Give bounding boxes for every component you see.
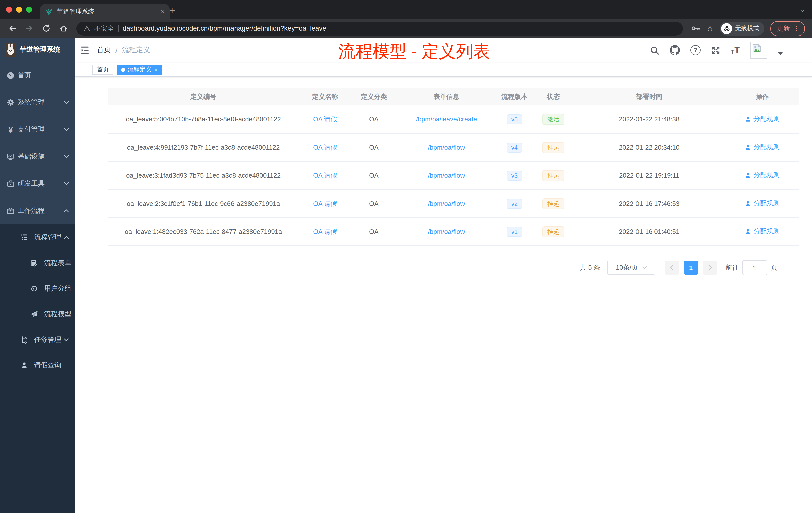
browser-tab-strip: 芋道管理系统 × + ⌄: [0, 0, 812, 19]
cell-category: OA: [351, 189, 396, 218]
sidebar-item-system[interactable]: 系统管理: [0, 89, 75, 116]
definition-name-link[interactable]: OA 请假: [313, 143, 337, 151]
form-link[interactable]: /bpm/oa/flow: [428, 144, 465, 151]
assign-rule-label: 分配规则: [754, 115, 780, 124]
version-badge[interactable]: v4: [507, 142, 522, 152]
chevron-down-icon: [64, 128, 69, 131]
sidebar-item-task-management[interactable]: 任务管理: [0, 327, 75, 352]
form-link[interactable]: /bpm/oa/flow: [428, 228, 465, 235]
reload-icon[interactable]: [39, 21, 53, 35]
page-size-select[interactable]: 10条/页: [607, 261, 655, 275]
security-label[interactable]: 不安全: [94, 24, 114, 33]
form-link[interactable]: /bpm/oa/leave/create: [416, 116, 477, 123]
goto-page-input[interactable]: [742, 260, 767, 275]
help-icon[interactable]: ?: [691, 45, 700, 55]
col-process-version: 流程版本: [497, 88, 532, 105]
tab-search-caret-icon[interactable]: ⌄: [801, 6, 805, 13]
main-area: 首页 / 流程定义 流程模型 - 定义列表 ? TT: [75, 38, 812, 513]
page-number-1[interactable]: 1: [684, 261, 698, 275]
assign-rule-label: 分配规则: [754, 171, 780, 180]
definition-name-link[interactable]: OA 请假: [313, 200, 337, 207]
close-window-button[interactable]: [6, 6, 12, 12]
fullscreen-icon[interactable]: [711, 46, 721, 55]
bookmark-star-icon[interactable]: ☆: [706, 24, 714, 33]
form-link[interactable]: /bpm/oa/flow: [428, 172, 465, 179]
version-badge[interactable]: v2: [507, 199, 522, 209]
update-menu-button[interactable]: 更新 ⋮: [770, 21, 805, 36]
definition-name-link[interactable]: OA 请假: [313, 115, 337, 123]
home-icon[interactable]: [56, 21, 70, 35]
assign-rule-button[interactable]: 分配规则: [745, 143, 780, 152]
browser-tab[interactable]: 芋道管理系统 ×: [40, 4, 170, 19]
tag-process-definition[interactable]: 流程定义 ×: [116, 64, 163, 74]
annotation-title: 流程模型 - 定义列表: [338, 40, 490, 63]
avatar[interactable]: [750, 42, 767, 59]
tab-close-icon[interactable]: ×: [161, 8, 165, 15]
sidebar-item-process-model[interactable]: 流程模型: [0, 301, 75, 327]
sidebar-item-workflow[interactable]: 工作流程: [0, 197, 75, 224]
table-header-row: 定义编号 定义名称 定义分类 表单信息 流程版本 状态 部署时间 操作: [108, 88, 800, 105]
sidebar-item-process-management[interactable]: 流程管理: [0, 224, 75, 250]
avatar-caret-icon[interactable]: [778, 52, 783, 55]
form-link[interactable]: /bpm/oa/flow: [428, 200, 465, 207]
browser-toolbar: 不安全 dashboard.yudao.iocoder.cn/bpm/manag…: [0, 19, 812, 38]
sidebar-item-infrastructure[interactable]: 基础设施: [0, 143, 75, 170]
sidebar-item-user-group[interactable]: 用户分组: [0, 276, 75, 301]
address-bar[interactable]: 不安全 dashboard.yudao.iocoder.cn/bpm/manag…: [76, 21, 683, 35]
tag-label: 流程定义: [127, 65, 152, 74]
dashboard-icon: [6, 71, 14, 79]
maximize-window-button[interactable]: [26, 6, 32, 12]
new-tab-button[interactable]: +: [166, 4, 179, 18]
sidebar-item-dev-tools[interactable]: 研发工具: [0, 170, 75, 197]
back-icon[interactable]: [5, 21, 19, 35]
incognito-label: 无痕模式: [735, 24, 759, 33]
version-badge[interactable]: v5: [507, 114, 522, 124]
sidebar-item-label: 系统管理: [18, 98, 45, 107]
assign-rule-button[interactable]: 分配规则: [745, 171, 780, 180]
flow-tree-icon: [20, 336, 28, 343]
tag-home[interactable]: 首页: [92, 64, 114, 74]
address-divider: [118, 25, 118, 32]
assign-rule-button[interactable]: 分配规则: [745, 199, 780, 208]
assign-rule-button[interactable]: 分配规则: [745, 115, 780, 124]
sidebar-collapse-icon[interactable]: [80, 45, 90, 55]
definition-name-link[interactable]: OA 请假: [313, 228, 337, 235]
github-icon[interactable]: [670, 45, 680, 55]
definition-name-link[interactable]: OA 请假: [313, 172, 337, 179]
person-icon: [745, 200, 752, 207]
assign-rule-button[interactable]: 分配规则: [745, 227, 780, 236]
table-row: oa_leave:1:482ec033-762a-11ec-8477-a2380…: [108, 218, 800, 246]
tag-label: 首页: [97, 65, 109, 74]
next-page-button[interactable]: [703, 261, 717, 275]
page-size-value: 10条/页: [616, 263, 638, 272]
sidebar-item-payment[interactable]: ¥ 支付管理: [0, 116, 75, 143]
font-size-icon[interactable]: TT: [731, 46, 740, 55]
tag-close-icon[interactable]: ×: [155, 66, 158, 72]
page-unit-label: 页: [771, 263, 777, 272]
pagination: 共 5 条 10条/页 1 前往 页: [108, 260, 800, 275]
sidebar-item-process-form[interactable]: 流程表单: [0, 250, 75, 276]
url-text[interactable]: dashboard.yudao.iocoder.cn/bpm/manager/d…: [122, 25, 326, 32]
col-form-info: 表单信息: [396, 88, 496, 105]
sidebar-item-label: 支付管理: [18, 125, 45, 134]
minimize-window-button[interactable]: [16, 6, 22, 12]
sidebar-item-label: 流程管理: [34, 233, 61, 242]
sidebar-item-home[interactable]: 首页: [0, 62, 75, 89]
forward-icon[interactable]: [22, 21, 36, 35]
tags-view: 首页 流程定义 ×: [75, 63, 812, 77]
col-actions: 操作: [725, 88, 800, 105]
search-icon[interactable]: [650, 46, 659, 55]
broken-image-icon: [752, 44, 761, 53]
tab-title: 芋道管理系统: [57, 7, 157, 16]
col-status: 状态: [532, 88, 574, 105]
version-badge[interactable]: v1: [507, 227, 522, 237]
password-key-icon[interactable]: [691, 24, 700, 33]
chevron-up-icon: [64, 209, 69, 212]
sidebar-item-leave-query[interactable]: 请假查询: [0, 352, 75, 378]
breadcrumb-home[interactable]: 首页: [97, 46, 111, 55]
briefcase-icon: [6, 207, 14, 215]
cell-id: oa_leave:3:1fad3d93-7b75-11ec-a3c8-acde4…: [108, 161, 299, 189]
app-logo[interactable]: 芋道管理系统: [0, 38, 75, 62]
version-badge[interactable]: v3: [507, 171, 522, 180]
prev-page-button[interactable]: [665, 261, 679, 275]
